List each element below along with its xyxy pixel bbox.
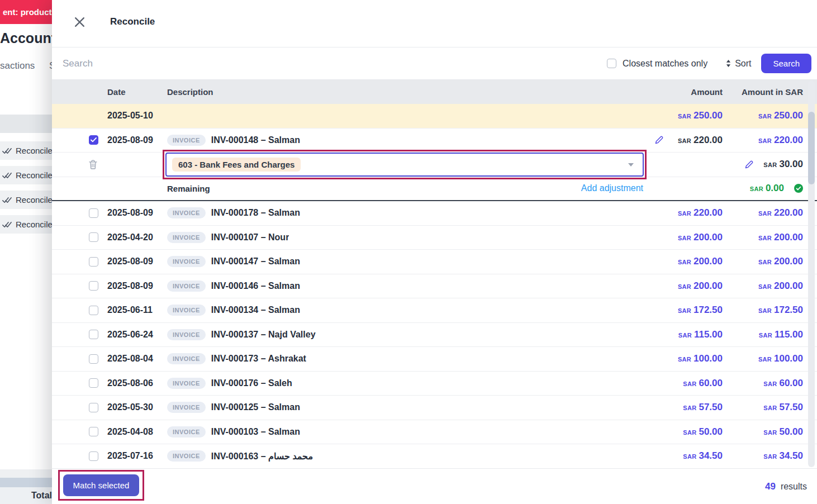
invoice-badge: INVOICE <box>167 256 206 267</box>
cell-checkbox <box>52 378 107 388</box>
column-header-amount: Amount <box>628 87 723 97</box>
row-description: INVOICEINV-000176 – Saleh <box>167 378 628 389</box>
row-checkbox[interactable] <box>89 306 98 315</box>
row-checkbox[interactable] <box>89 257 98 267</box>
row-checkbox[interactable] <box>89 281 98 291</box>
match-selected-button[interactable]: Match selected <box>63 474 140 496</box>
table-row-candidate: 2025-05-30INVOICEINV-000125 – SalmanSAR5… <box>52 396 817 420</box>
row-checkbox[interactable] <box>89 208 98 218</box>
row-description: INVOICEINV-000146 – Salman <box>167 280 628 292</box>
close-icon[interactable] <box>73 15 86 28</box>
horizontal-scrollbar[interactable] <box>0 478 52 487</box>
double-check-icon <box>2 197 12 203</box>
cell-amount: SAR200.00 <box>628 256 723 267</box>
amount: SAR200.00 <box>678 232 723 243</box>
row-checkbox-checked[interactable] <box>89 135 98 145</box>
tab-transactions[interactable]: sactions <box>0 60 35 72</box>
amount-value: 200.00 <box>694 280 723 292</box>
background-reconcile-button[interactable]: Reconcile <box>0 166 52 184</box>
amount-value: 220.00 <box>694 135 723 146</box>
amount-value: 220.00 <box>774 135 803 146</box>
edit-adjustment-amount-icon[interactable] <box>745 160 753 169</box>
currency-label: SAR <box>683 429 696 436</box>
column-header-date: Date <box>107 87 167 97</box>
sort-icon <box>725 59 732 68</box>
row-checkbox[interactable] <box>89 354 98 364</box>
amount: SAR200.00 <box>678 256 723 267</box>
table-row-selected: 2025-08-09INVOICEINV-000148 – SalmanSAR2… <box>52 129 817 153</box>
amount-value: 57.50 <box>779 402 803 413</box>
delete-adjustment-icon[interactable] <box>89 160 97 169</box>
background-reconcile-button[interactable]: Reconcile <box>0 141 52 160</box>
currency-label: SAR <box>683 381 696 387</box>
currency-label: SAR <box>678 137 691 144</box>
cell-checkbox <box>52 354 107 364</box>
invoice-description: INV-000163 – محمد حسام <box>211 451 313 462</box>
currency-label: SAR <box>683 405 696 411</box>
amount-value: 30.00 <box>779 159 803 170</box>
reconcile-button-label: Reconcile <box>16 195 52 205</box>
row-checkbox[interactable] <box>89 330 98 339</box>
table-row-candidate: 2025-08-04INVOICEINV-000173 – AshrakatSA… <box>52 347 817 372</box>
results-summary: 49 results <box>765 481 807 492</box>
scrollbar-thumb[interactable] <box>808 112 815 184</box>
amount-value: 60.00 <box>699 378 723 389</box>
closest-matches-checkbox[interactable] <box>607 59 616 68</box>
currency-label: SAR <box>758 210 772 217</box>
row-checkbox[interactable] <box>89 403 98 412</box>
cell-amount-sar: SAR60.00 <box>723 378 808 389</box>
adjustment-category-select[interactable]: 603 - Bank Fees and Charges <box>165 153 644 177</box>
sort-control[interactable]: Sort <box>725 59 751 69</box>
amount-value: 200.00 <box>774 280 803 292</box>
row-date: 2025-08-09 <box>107 208 167 218</box>
search-button[interactable]: Search <box>761 54 811 73</box>
add-adjustment-link[interactable]: Add adjustment <box>581 183 643 193</box>
row-date: 2025-05-10 <box>107 111 167 121</box>
table-row-candidate: 2025-08-09INVOICEINV-000146 – SalmanSAR2… <box>52 274 817 299</box>
amount: SAR220.00 <box>678 135 723 146</box>
double-check-icon <box>2 148 12 154</box>
total-label: Total <box>31 491 52 501</box>
cell-checkbox <box>52 451 107 461</box>
background-reconcile-button[interactable]: Reconcile <box>0 191 52 209</box>
row-checkbox[interactable] <box>89 451 98 461</box>
invoice-badge: INVOICE <box>167 402 206 413</box>
currency-label: SAR <box>750 186 763 192</box>
search-input[interactable] <box>63 58 607 69</box>
table-row-adjustment: 603 - Bank Fees and ChargesSAR30.00 <box>52 153 817 177</box>
background-reconcile-button[interactable]: Reconcile <box>0 215 52 234</box>
cell-amount-sar: SAR200.00 <box>723 280 808 292</box>
row-date: 2025-06-11 <box>107 305 167 315</box>
modal-header: Reconcile <box>52 0 817 47</box>
currency-label: SAR <box>758 113 772 120</box>
invoice-description: INV-000107 – Nour <box>211 232 289 243</box>
row-date: 2025-04-20 <box>107 232 167 243</box>
horizontal-scroll-zone <box>0 469 52 478</box>
currency-label: SAR <box>758 283 772 290</box>
invoice-badge: INVOICE <box>167 207 206 218</box>
cell-amount: SAR57.50 <box>628 402 723 413</box>
table-row-bank: 2025-05-10SAR250.00SAR250.00 <box>52 104 817 129</box>
row-checkbox[interactable] <box>89 378 98 388</box>
amount-value: 115.00 <box>775 329 803 340</box>
amount-value: 100.00 <box>774 353 803 364</box>
amount-sar: SAR200.00 <box>758 256 803 267</box>
amount-value: 220.00 <box>694 207 723 218</box>
vertical-scrollbar[interactable] <box>808 80 815 467</box>
amount-sar: SAR60.00 <box>763 378 803 389</box>
amount-value: 172.50 <box>774 305 803 316</box>
edit-amount-icon[interactable] <box>655 136 663 144</box>
currency-label: SAR <box>683 453 696 460</box>
closest-matches-option[interactable]: Closest matches only <box>607 59 707 69</box>
amount-value: 200.00 <box>774 256 803 267</box>
row-description: INVOICEINV-000134 – Salman <box>167 305 628 316</box>
adjustment-amount-sar: SAR30.00 <box>763 159 803 170</box>
row-checkbox[interactable] <box>89 427 98 436</box>
row-checkbox[interactable] <box>89 232 98 242</box>
cell-checkbox <box>52 208 107 218</box>
chevron-down-icon <box>628 163 634 167</box>
cell-checkbox <box>52 403 107 412</box>
amount-sar: SAR172.50 <box>758 305 803 316</box>
row-description: INVOICEINV-000173 – Ashrakat <box>167 353 628 364</box>
amount-value: 220.00 <box>774 207 803 218</box>
